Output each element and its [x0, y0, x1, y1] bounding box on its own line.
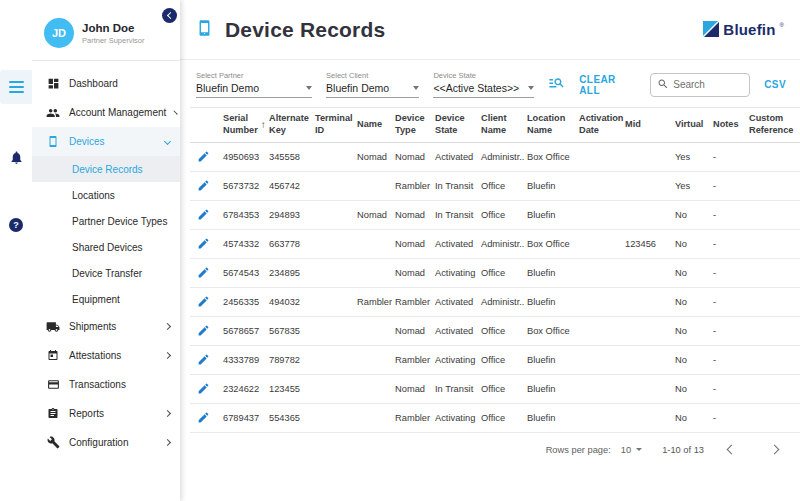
- cell-alt_key: 554365: [266, 403, 312, 432]
- hamburger-icon: [9, 81, 24, 94]
- help-button[interactable]: ?: [0, 208, 32, 242]
- column-header-terminal_id[interactable]: TerminalID: [312, 108, 354, 143]
- edit-device-button[interactable]: [190, 403, 220, 432]
- sort-ascending-icon[interactable]: ↑: [261, 118, 266, 131]
- cell-device_type: Rambler: [392, 403, 432, 432]
- cell-serial: 4574332: [220, 229, 266, 258]
- sidebar-item-dashboard[interactable]: Dashboard: [32, 69, 180, 98]
- sidebar-item-configuration[interactable]: Configuration: [32, 428, 180, 457]
- cell-device_type: Nomad: [392, 316, 432, 345]
- cell-device_type: Rambler: [392, 287, 432, 316]
- rows-per-page-select[interactable]: 10: [621, 445, 642, 455]
- notifications-button[interactable]: [0, 142, 32, 176]
- pagination-range: 1-10 of 13: [662, 445, 704, 455]
- page-title: Device Records: [225, 18, 385, 42]
- cell-notes: -: [710, 345, 746, 374]
- sidebar-subitem-label: Device Records: [72, 164, 143, 175]
- edit-device-button[interactable]: [190, 374, 220, 403]
- cell-client_name: Office: [478, 345, 524, 374]
- select-partner-dropdown[interactable]: Select Partner Bluefin Demo: [196, 71, 312, 98]
- sidebar-subitem-device-records[interactable]: Device Records: [32, 156, 180, 182]
- device-row: 5678657567835NomadActivatedOfficeBox Off…: [190, 316, 800, 345]
- advanced-search-button[interactable]: [548, 74, 565, 95]
- cell-terminal_id: [312, 258, 354, 287]
- edit-device-button[interactable]: [190, 200, 220, 229]
- edit-device-button[interactable]: [190, 229, 220, 258]
- cell-notes: -: [710, 200, 746, 229]
- column-header-name[interactable]: Name: [354, 108, 392, 143]
- edit-device-button[interactable]: [190, 345, 220, 374]
- cell-alt_key: 345558: [266, 142, 312, 171]
- sidebar-item-account-management[interactable]: Account Management: [32, 98, 180, 127]
- cell-custom_ref: [746, 171, 800, 200]
- column-header-location_name[interactable]: LocationName: [524, 108, 576, 143]
- edit-device-button[interactable]: [190, 171, 220, 200]
- sidebar-item-devices[interactable]: Devices: [32, 127, 180, 156]
- avatar: JD: [44, 18, 74, 48]
- column-header-device_type[interactable]: DeviceType: [392, 108, 432, 143]
- cell-client_name: Office: [478, 403, 524, 432]
- cell-activation_date: [576, 200, 622, 229]
- cell-terminal_id: [312, 171, 354, 200]
- cell-device_type: Nomad: [392, 374, 432, 403]
- clear-all-button[interactable]: CLEAR ALL: [579, 74, 636, 96]
- column-header-client_name[interactable]: ClientName: [478, 108, 524, 143]
- cell-serial: 5673732: [220, 171, 266, 200]
- cell-activation_date: [576, 403, 622, 432]
- hamburger-menu-button[interactable]: [0, 70, 32, 104]
- previous-page-button[interactable]: [727, 445, 737, 455]
- sidebar-subitem-shared-devices[interactable]: Shared Devices: [32, 234, 180, 260]
- cell-device_state: In Transit: [432, 171, 478, 200]
- csv-export-button[interactable]: CSV: [764, 79, 786, 90]
- pencil-icon: [197, 150, 210, 163]
- pencil-icon: [197, 324, 210, 337]
- column-header-activation_date[interactable]: ActivationDate: [576, 108, 622, 143]
- column-header-custom_ref[interactable]: CustomReference: [746, 108, 800, 143]
- cell-custom_ref: [746, 229, 800, 258]
- pencil-icon: [197, 295, 210, 308]
- column-header-virtual[interactable]: Virtual: [672, 108, 710, 143]
- sidebar-item-reports[interactable]: Reports: [32, 399, 180, 428]
- device-row: 6789437554365RamblerActivatingOfficeBlue…: [190, 403, 800, 432]
- pencil-icon: [197, 237, 210, 250]
- device-row: 2324622123455NomadIn TransitOfficeBluefi…: [190, 374, 800, 403]
- chevron-right-icon: [164, 439, 171, 446]
- chevron-down-icon: [164, 138, 171, 145]
- cell-location_name: Bluefin: [524, 403, 576, 432]
- page-header: Device Records Bluefin ®: [180, 0, 800, 60]
- cell-device_type: Rambler: [392, 345, 432, 374]
- sidebar-subitem-device-transfer[interactable]: Device Transfer: [32, 260, 180, 286]
- edit-device-button[interactable]: [190, 142, 220, 171]
- cell-notes: -: [710, 316, 746, 345]
- sidebar-item-attestations[interactable]: Attestations: [32, 341, 180, 370]
- sidebar-collapse-button[interactable]: [162, 8, 177, 23]
- caret-down-icon: [413, 86, 419, 90]
- search-input[interactable]: [673, 79, 743, 90]
- cell-custom_ref: [746, 403, 800, 432]
- column-header-alt_key[interactable]: AlternateKey: [266, 108, 312, 143]
- chevron-right-icon: [164, 410, 171, 417]
- edit-device-button[interactable]: [190, 316, 220, 345]
- cell-device_state: Activating: [432, 345, 478, 374]
- cell-alt_key: 789782: [266, 345, 312, 374]
- sidebar-subitem-equipment[interactable]: Equipment: [32, 286, 180, 312]
- cell-serial: 2324622: [220, 374, 266, 403]
- bluefin-logo: Bluefin ®: [703, 21, 784, 38]
- pencil-icon: [197, 353, 210, 366]
- edit-device-button[interactable]: [190, 258, 220, 287]
- edit-device-button[interactable]: [190, 287, 220, 316]
- sidebar-subitem-partner-device-types[interactable]: Partner Device Types: [32, 208, 180, 234]
- column-header-mid[interactable]: Mid: [622, 108, 672, 143]
- sidebar-item-shipments[interactable]: Shipments: [32, 312, 180, 341]
- sidebar-item-transactions[interactable]: Transactions: [32, 370, 180, 399]
- device-state-dropdown[interactable]: Device State <<Active States>>: [433, 71, 534, 98]
- next-page-button[interactable]: [770, 445, 780, 455]
- column-header-serial[interactable]: SerialNumber↑: [220, 108, 266, 143]
- column-header-device_state[interactable]: DeviceState: [432, 108, 478, 143]
- pencil-icon: [197, 208, 210, 221]
- select-partner-label: Select Partner: [196, 71, 312, 80]
- sidebar-subitem-locations[interactable]: Locations: [32, 182, 180, 208]
- select-client-dropdown[interactable]: Select Client Bluefin Demo: [326, 71, 419, 98]
- search-box[interactable]: [650, 73, 750, 97]
- column-header-notes[interactable]: Notes: [710, 108, 746, 143]
